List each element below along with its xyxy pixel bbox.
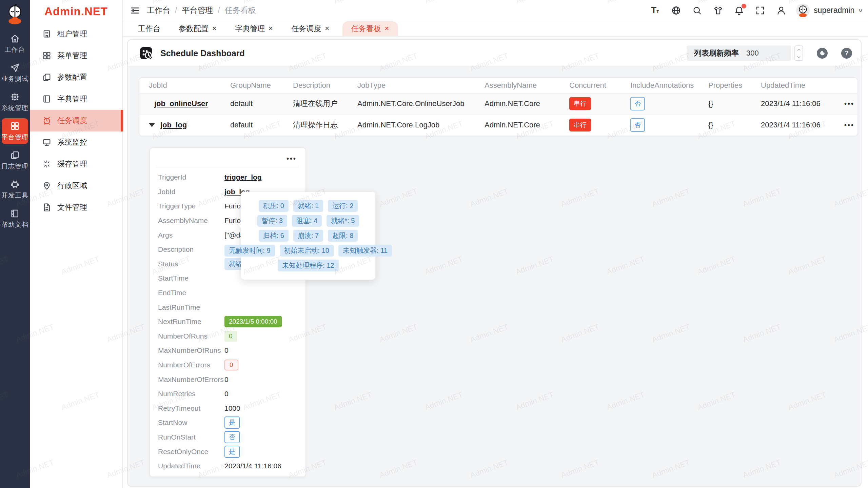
close-icon[interactable]: ✕	[325, 25, 330, 32]
status-tag: 就绪*: 5	[327, 215, 359, 227]
tab-schedule[interactable]: 任务调度 ✕	[286, 21, 335, 36]
detail-row: LastRunTime	[158, 300, 297, 314]
close-icon[interactable]: ✕	[268, 25, 273, 32]
job-type-cell: Admin.NET.Core.LogJob	[357, 121, 485, 129]
monitor-icon	[42, 138, 52, 147]
toolbar-actions: 列表刷新频率	[687, 45, 852, 61]
rail-item-label: 工作台	[5, 45, 25, 54]
sidebar-item-tenant[interactable]: 租户管理	[30, 23, 122, 45]
detail-more-button[interactable]: •••	[158, 153, 297, 167]
breadcrumb: 工作台 / 平台管理 / 任务看板	[147, 5, 256, 16]
breadcrumb-item-current: 任务看板	[225, 5, 256, 16]
table-row: job_onlineUser default 清理在线用户 Admin.NET.…	[139, 94, 857, 115]
tab-config[interactable]: 参数配置 ✕	[173, 21, 222, 36]
language-button[interactable]	[670, 4, 682, 17]
detail-row: RunOnStart否	[158, 430, 297, 445]
rail-item-docs[interactable]: 帮助文档	[2, 206, 28, 231]
stepper-up-button[interactable]	[795, 46, 803, 53]
main-area: 工作台 / 平台管理 / 任务看板 Tт	[123, 0, 868, 488]
globe-language-icon	[671, 5, 681, 16]
job-id-link[interactable]: job_log	[160, 121, 187, 129]
notification-badge	[742, 4, 746, 8]
sidebar-item-cache[interactable]: 缓存管理	[30, 153, 122, 175]
tab-label: 参数配置	[179, 24, 209, 34]
brand-logo[interactable]: Admin.NET	[30, 0, 122, 23]
chevron-down-icon	[796, 55, 801, 59]
person-icon	[776, 5, 786, 16]
sidebar-item-monitor[interactable]: 系统监控	[30, 131, 122, 153]
search-button[interactable]	[691, 4, 703, 17]
brand-avatar[interactable]	[5, 3, 24, 24]
popover-row: 归档: 6 崩溃: 7 超限: 8	[246, 230, 371, 242]
tab-dashboard[interactable]: 任务看板 ✕	[342, 21, 398, 36]
grid-icon	[10, 121, 20, 131]
rail-item-workbench[interactable]: 工作台	[2, 31, 28, 57]
copy-icon	[42, 73, 52, 82]
close-icon[interactable]: ✕	[212, 25, 217, 32]
detail-row: MaxNumberOfErrors0	[158, 372, 297, 387]
app-root: 工作台 业务测试 系统管理 平台管理 日志管理 开发工具 帮助文档	[0, 0, 868, 488]
notifications-button[interactable]	[733, 4, 745, 17]
job-id-link[interactable]: job_onlineUser	[154, 99, 208, 108]
rail-item-biz-test[interactable]: 业务测试	[2, 60, 28, 86]
rail-item-devtools[interactable]: 开发工具	[2, 177, 28, 202]
help-button[interactable]: ?	[841, 48, 852, 59]
tab-dict[interactable]: 字典管理 ✕	[230, 21, 278, 36]
collapse-row-button[interactable]	[149, 123, 155, 127]
font-size-button[interactable]: Tт	[649, 4, 661, 17]
detail-row: UpdatedTime2023/1/4 11:16:06	[158, 459, 297, 473]
rail-item-label: 日志管理	[1, 162, 28, 171]
sidebar-item-label: 任务调度	[57, 116, 87, 126]
tab-label: 任务调度	[292, 24, 321, 34]
sidebar-item-menu[interactable]: 菜单管理	[30, 45, 122, 66]
status-tag: 初始未启动: 10	[280, 245, 334, 257]
dark-mode-button[interactable]	[817, 48, 828, 59]
status-tag: 就绪: 1	[293, 200, 323, 212]
sidebar-item-config[interactable]: 参数配置	[30, 66, 122, 88]
row-more-button[interactable]: •••	[842, 100, 854, 107]
navbar-actions: Tт	[649, 4, 863, 17]
breadcrumb-item[interactable]: 工作台	[147, 5, 170, 16]
dashboard-toolbar: Schedule Dashboard 列表刷新频率	[128, 40, 861, 67]
rail-item-system[interactable]: 系统管理	[2, 89, 28, 115]
tshirt-icon	[713, 5, 723, 16]
copy-icon	[10, 150, 20, 160]
detail-row: NextRunTime2023/1/5 0:00:00	[158, 314, 297, 329]
tab-workbench[interactable]: 工作台	[133, 21, 166, 36]
status-tag: 阻塞: 4	[292, 215, 322, 227]
breadcrumb-item[interactable]: 平台管理	[182, 5, 213, 16]
reset-only-once-badge: 是	[224, 446, 240, 458]
title-wrap: Schedule Dashboard	[138, 45, 245, 61]
user-menu[interactable]: superadmin ∨	[796, 4, 863, 17]
detail-row: RetryTimeout1000	[158, 401, 297, 416]
row-more-button[interactable]: •••	[842, 121, 854, 129]
close-icon[interactable]: ✕	[384, 25, 389, 32]
question-mark-icon: ?	[845, 49, 849, 57]
collapse-menu-icon	[130, 5, 140, 16]
sidebar-item-schedule[interactable]: 任务调度	[30, 110, 122, 131]
moon-icon	[819, 50, 825, 56]
column-header: Concurrent	[569, 81, 630, 90]
sidebar-collapse-button[interactable]	[129, 5, 141, 16]
sidebar-item-label: 缓存管理	[57, 159, 87, 169]
sidebar-item-label: 菜单管理	[57, 50, 87, 61]
rail-item-platform[interactable]: 平台管理	[2, 118, 28, 144]
stepper-down-button[interactable]	[795, 53, 803, 60]
fullscreen-button[interactable]	[754, 4, 766, 17]
loading-icon	[42, 159, 52, 169]
status-tag: 崩溃: 7	[293, 230, 323, 242]
sidebar-item-region[interactable]: 行政区域	[30, 175, 122, 197]
sidebar-item-files[interactable]: 文件管理	[30, 197, 122, 218]
theme-button[interactable]	[712, 4, 724, 17]
sidebar-item-dict[interactable]: 字典管理	[30, 88, 122, 110]
rail-item-logs[interactable]: 日志管理	[2, 147, 28, 173]
job-type-cell: Admin.NET.Core.OnlineUserJob	[357, 99, 485, 108]
dashboard-card: Schedule Dashboard 列表刷新频率	[127, 39, 862, 487]
updated-time-cell: 2023/1/4 11:16:06	[761, 121, 842, 129]
description-cell: 清理在线用户	[293, 99, 357, 109]
refresh-rate-input[interactable]	[746, 49, 784, 58]
trigger-id-link[interactable]: trigger_log	[224, 173, 262, 181]
status-tag: 归档: 6	[259, 230, 289, 242]
font-size-icon: Tт	[651, 5, 659, 16]
profile-button[interactable]	[775, 4, 787, 17]
